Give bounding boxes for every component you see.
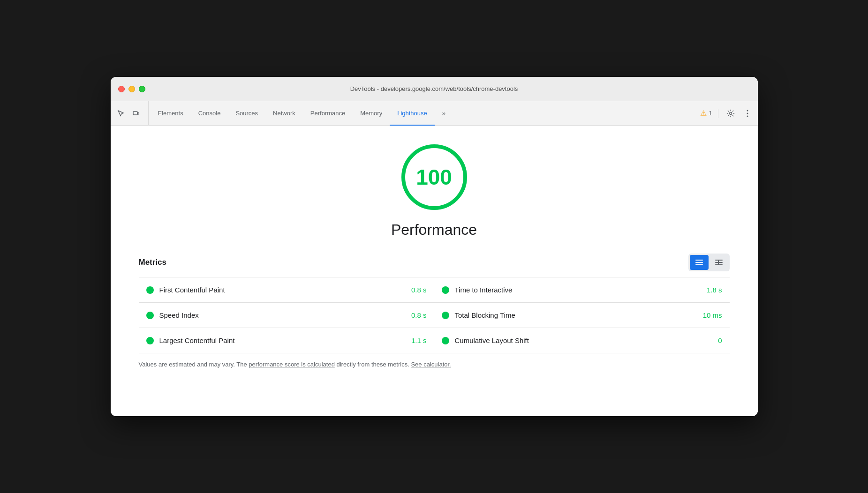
metric-name-tbt: Total Blocking Time xyxy=(455,311,697,319)
metric-name-tti: Time to Interactive xyxy=(455,286,701,294)
svg-rect-6 xyxy=(695,260,703,261)
metric-value-tti: 1.8 s xyxy=(707,286,722,294)
metric-name-fcp: First Contentful Paint xyxy=(159,286,406,294)
inspect-element-button[interactable] xyxy=(114,107,128,120)
metric-row-si: Speed Index 0.8 s xyxy=(139,303,434,328)
tab-elements[interactable]: Elements xyxy=(151,102,191,126)
more-options-button[interactable] xyxy=(741,107,754,120)
device-toggle-button[interactable] xyxy=(129,107,143,120)
traffic-lights xyxy=(118,86,145,92)
tab-memory[interactable]: Memory xyxy=(353,102,390,126)
tab-lighthouse[interactable]: Lighthouse xyxy=(390,102,435,126)
metrics-header: Metrics xyxy=(139,254,730,271)
tab-network[interactable]: Network xyxy=(265,102,303,126)
tab-sources[interactable]: Sources xyxy=(228,102,265,126)
metric-row-fcp: First Contentful Paint 0.8 s xyxy=(139,277,434,303)
svg-rect-0 xyxy=(133,112,137,115)
svg-rect-1 xyxy=(137,112,139,114)
score-category-label: Performance xyxy=(391,221,477,239)
main-content: 100 Performance Metrics xyxy=(111,126,758,416)
warning-icon: ⚠ xyxy=(700,109,707,118)
metric-dot-fcp xyxy=(146,286,154,294)
minimize-button[interactable] xyxy=(128,86,135,92)
metric-dot-lcp xyxy=(146,337,154,344)
metric-value-cls: 0 xyxy=(718,336,722,344)
svg-rect-8 xyxy=(695,264,703,265)
performance-score-link[interactable]: performance score is calculated xyxy=(249,361,335,368)
titlebar: DevTools - developers.google.com/web/too… xyxy=(111,77,758,101)
close-button[interactable] xyxy=(118,86,125,92)
score-number: 100 xyxy=(416,164,452,190)
score-circle-container: 100 xyxy=(401,144,467,210)
metric-value-fcp: 0.8 s xyxy=(411,286,427,294)
metric-dot-tbt xyxy=(442,312,449,319)
metrics-section: Metrics xyxy=(139,254,730,368)
svg-point-3 xyxy=(747,110,748,111)
view-toggle xyxy=(688,254,730,271)
metric-name-si: Speed Index xyxy=(159,311,406,319)
metric-row-tti: Time to Interactive 1.8 s xyxy=(434,277,730,303)
svg-rect-12 xyxy=(718,260,719,265)
svg-point-5 xyxy=(747,115,748,117)
score-circle: 100 xyxy=(401,144,467,210)
toolbar-right: ⚠ 1 xyxy=(696,101,754,125)
metric-value-si: 0.8 s xyxy=(411,311,427,319)
toolbar-divider xyxy=(718,109,718,118)
svg-rect-7 xyxy=(695,262,703,263)
toolbar-icons xyxy=(114,101,149,125)
maximize-button[interactable] xyxy=(139,86,145,92)
tabs-list: Elements Console Sources Network Perform… xyxy=(151,101,697,125)
svg-point-4 xyxy=(747,112,748,114)
metric-row-cls: Cumulative Layout Shift 0 xyxy=(434,328,730,353)
devtools-window: DevTools - developers.google.com/web/too… xyxy=(111,77,758,416)
metrics-grid: First Contentful Paint 0.8 s Time to Int… xyxy=(139,277,730,353)
metric-value-lcp: 1.1 s xyxy=(411,336,427,344)
tab-console[interactable]: Console xyxy=(191,102,228,126)
svg-point-2 xyxy=(729,112,732,114)
metric-row-tbt: Total Blocking Time 10 ms xyxy=(434,303,730,328)
tab-more[interactable]: » xyxy=(435,102,453,126)
metric-value-tbt: 10 ms xyxy=(703,311,722,319)
metric-name-lcp: Largest Contentful Paint xyxy=(159,336,406,344)
metric-row-lcp: Largest Contentful Paint 1.1 s xyxy=(139,328,434,353)
grid-view-button[interactable] xyxy=(709,255,728,270)
metric-dot-si xyxy=(146,312,154,319)
window-title: DevTools - developers.google.com/web/too… xyxy=(350,85,518,92)
devtools-toolbar: Elements Console Sources Network Perform… xyxy=(111,101,758,126)
tab-performance[interactable]: Performance xyxy=(303,102,353,126)
metric-dot-tti xyxy=(442,286,449,294)
calculator-link[interactable]: See calculator. xyxy=(411,361,451,368)
metric-dot-cls xyxy=(442,337,449,344)
metric-name-cls: Cumulative Layout Shift xyxy=(455,336,713,344)
settings-button[interactable] xyxy=(724,107,737,120)
footer-note: Values are estimated and may vary. The p… xyxy=(139,361,730,368)
metrics-title: Metrics xyxy=(139,258,167,267)
warning-badge[interactable]: ⚠ 1 xyxy=(700,109,712,118)
list-view-button[interactable] xyxy=(690,255,709,270)
